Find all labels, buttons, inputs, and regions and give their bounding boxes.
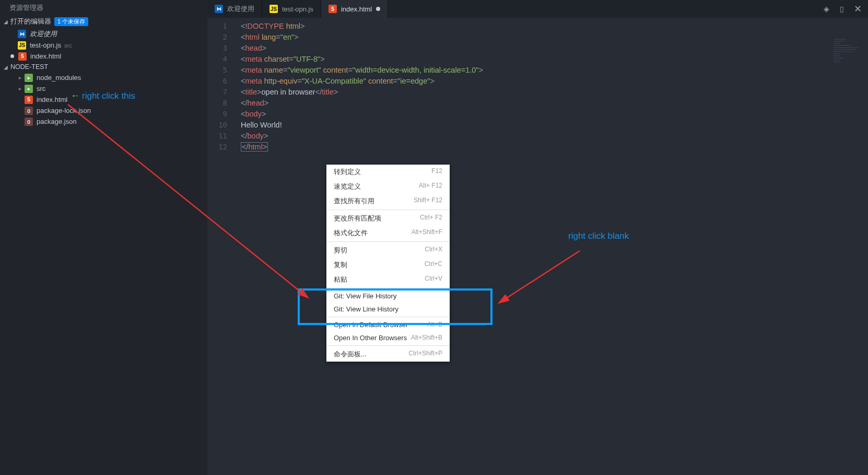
vs-file-icon: ⋈ [18, 30, 26, 38]
html-icon: 5 [25, 96, 33, 104]
menu-item-label: 命令面板... [334, 350, 367, 359]
menu-item-label: 复制 [334, 260, 347, 270]
code-content[interactable]: <!DOCTYPE html><html lang="en"><head> <m… [241, 21, 483, 153]
menu-item-label: Open In Other Browsers [334, 334, 407, 342]
line-number: 7 [207, 87, 234, 98]
line-number: 4 [207, 54, 234, 65]
compare-icon[interactable]: ◈ [822, 5, 830, 13]
tree-item[interactable]: ▸▸node_modules [0, 72, 207, 83]
menu-item-label: 格式化文件 [334, 228, 368, 238]
js-file-icon: JS [269, 5, 278, 13]
menu-item-shortcut: Ctrl+Shift+P [408, 350, 442, 359]
context-menu: 转到定义F12速览定义Alt+ F12查找所有引用Shift+ F12更改所有匹… [326, 165, 450, 362]
context-menu-item[interactable]: 剪切Ctrl+X [326, 243, 450, 258]
line-number: 1 [207, 21, 234, 32]
open-editor-item[interactable]: 5index.html [0, 51, 207, 62]
open-editor-item[interactable]: JStest-opn.jssrc [0, 40, 207, 51]
code-line[interactable]: <body> [241, 109, 483, 120]
menu-item-shortcut: Alt+Shift+B [411, 334, 442, 342]
code-line[interactable]: </head> [241, 98, 483, 109]
tree-item-label: index.html [37, 96, 67, 103]
menu-item-label: Open In Default Browser [334, 321, 408, 329]
unsaved-badge: 1 个未保存 [54, 17, 88, 26]
menu-separator [326, 288, 450, 288]
menu-item-label: 更改所有匹配项 [334, 214, 381, 223]
code-line[interactable]: <!DOCTYPE html> [241, 21, 483, 32]
js-file-icon: JS [18, 41, 26, 50]
line-number: 2 [207, 32, 234, 43]
menu-item-label: 速览定义 [334, 182, 361, 191]
editor-tab[interactable]: JStest-opn.js [262, 0, 321, 18]
file-label: index.html [30, 52, 61, 60]
editor-area[interactable]: 123456789101112 <!DOCTYPE html><html lan… [207, 18, 868, 475]
modified-dot-icon [10, 54, 14, 58]
menu-item-label: 剪切 [334, 246, 347, 255]
menu-item-shortcut: Ctrl+C [425, 260, 442, 270]
code-line[interactable]: <html lang="en"> [241, 32, 483, 43]
open-editor-item[interactable]: ⋈欢迎使用 [0, 28, 207, 40]
code-line[interactable]: <meta http-equiv="X-UA-Compatible" conte… [241, 76, 483, 87]
menu-item-shortcut: Shift+ F12 [414, 196, 442, 206]
explorer-title: 资源管理器 [0, 0, 207, 16]
code-line[interactable]: </html> [241, 142, 483, 153]
line-number: 10 [207, 120, 234, 131]
tree-item[interactable]: {}package-lock.json [0, 105, 207, 116]
tree-item[interactable]: ▸▸src [0, 83, 207, 94]
context-menu-item[interactable]: Git: View File History [326, 289, 450, 303]
menu-item-shortcut: F12 [431, 167, 442, 177]
code-line[interactable]: <meta charset="UTF-8"> [241, 54, 483, 65]
tree-item-label: node_modules [37, 74, 81, 82]
code-line[interactable]: Hello World! [241, 120, 483, 131]
open-editors-header[interactable]: ◢ 打开的编辑器 1 个未保存 [0, 16, 207, 28]
split-icon[interactable]: ▯ [838, 5, 846, 13]
menu-item-label: 查找所有引用 [334, 196, 374, 206]
editor-tab[interactable]: ⋈欢迎使用 [207, 0, 262, 18]
context-menu-item[interactable]: 更改所有匹配项Ctrl+ F2 [326, 211, 450, 226]
context-menu-item[interactable]: Git: View Line History [326, 303, 450, 316]
context-menu-item[interactable]: Open In Other BrowsersAlt+Shift+B [326, 331, 450, 344]
menu-item-shortcut: Alt+B [427, 321, 442, 329]
tree-item-label: src [37, 85, 45, 92]
close-icon[interactable]: ✕ [853, 5, 862, 13]
menu-item-label: 粘贴 [334, 275, 347, 284]
code-line[interactable]: </body> [241, 131, 483, 142]
tree-item[interactable]: 5index.html [0, 94, 207, 105]
menu-item-shortcut: Ctrl+X [425, 246, 442, 255]
chevron-down-icon: ◢ [2, 64, 9, 70]
fld-icon: ▸ [25, 85, 33, 93]
tab-label: test-opn.js [282, 5, 313, 13]
modified-dot-icon [376, 7, 380, 11]
code-line[interactable]: <head> [241, 43, 483, 54]
context-menu-item[interactable]: 格式化文件Alt+Shift+F [326, 226, 450, 240]
menu-separator [326, 210, 450, 210]
context-menu-item[interactable]: 转到定义F12 [326, 165, 450, 179]
context-menu-item[interactable]: 复制Ctrl+C [326, 258, 450, 272]
html-file-icon: 5 [18, 52, 27, 61]
context-menu-item[interactable]: 查找所有引用Shift+ F12 [326, 194, 450, 208]
json-icon: {} [25, 118, 33, 126]
json-icon: {} [25, 107, 33, 115]
line-gutter: 123456789101112 [207, 18, 234, 153]
line-number: 12 [207, 142, 234, 153]
context-menu-item[interactable]: 粘贴Ctrl+V [326, 272, 450, 287]
menu-separator [326, 317, 450, 317]
code-line[interactable]: <meta name="viewport" content="width=dev… [241, 65, 483, 76]
code-line[interactable]: <title>open in browser</title> [241, 87, 483, 98]
menu-item-shortcut: Ctrl+ F2 [420, 214, 442, 223]
open-editors-label: 打开的编辑器 [10, 17, 51, 26]
tab-bar: ⋈欢迎使用JStest-opn.js5index.html [207, 0, 868, 18]
project-name: NODE-TEST [10, 63, 48, 71]
title-controls: ◈ ▯ ✕ [816, 0, 868, 18]
menu-item-shortcut: Ctrl+V [425, 275, 442, 284]
menu-item-shortcut: Alt+Shift+F [412, 228, 442, 238]
vs-file-icon: ⋈ [215, 5, 223, 13]
tree-item[interactable]: {}package.json [0, 116, 207, 127]
tree-item-label: package-lock.json [37, 107, 91, 114]
minimap[interactable] [834, 39, 865, 70]
context-menu-item[interactable]: 命令面板...Ctrl+Shift+P [326, 347, 450, 362]
line-number: 8 [207, 98, 234, 109]
context-menu-item[interactable]: Open In Default BrowserAlt+B [326, 318, 450, 331]
editor-tab[interactable]: 5index.html [321, 0, 388, 18]
context-menu-item[interactable]: 速览定义Alt+ F12 [326, 179, 450, 194]
project-header[interactable]: ◢ NODE-TEST [0, 62, 207, 72]
